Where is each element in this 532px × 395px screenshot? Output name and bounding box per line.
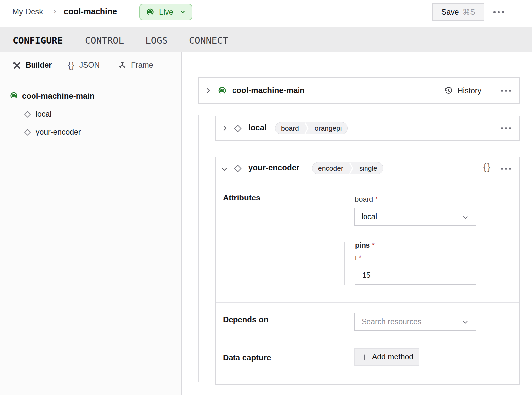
dot-icon [502,11,504,13]
add-method-button-label: Add method [372,353,413,361]
local-card-title: local [248,123,267,132]
tab-logs[interactable]: LOGS [145,35,167,46]
history-button-label: History [457,86,481,95]
tools-icon [13,61,21,70]
local-type-badge: board orangepi [275,122,348,134]
add-component-icon[interactable] [160,92,168,100]
i-field-input[interactable] [355,266,476,285]
component-diamond-icon [234,164,242,173]
component-diamond-icon [24,110,31,118]
component-diamond-icon [234,124,242,133]
chevron-down-icon [179,8,186,16]
your-encoder-card-header: your-encoder encoder single {} [216,157,519,180]
chevron-right-icon [204,87,212,95]
local-card-menu-button[interactable] [501,116,511,140]
badge-type-label: board [275,124,304,132]
badge-separator-icon [304,122,309,134]
depends-on-section-label: Depends on [223,315,268,324]
board-select-value: local [362,212,377,221]
dot-icon [509,127,511,129]
tree-node-local-label: local [36,110,51,118]
encoder-type-badge: encoder single [312,162,383,174]
dot-icon [509,90,511,92]
dot-icon [493,11,496,13]
pins-group-indent-guide [344,242,345,285]
depends-on-placeholder: Search resources [362,317,421,326]
dot-icon [501,90,503,92]
pins-group-label: pins* [355,241,375,250]
viam-radar-icon [217,86,227,96]
plus-icon [360,353,368,361]
encoder-card-title: your-encoder [248,163,299,172]
badge-model-label: single [354,164,383,172]
dot-icon [505,168,507,170]
dot-icon [501,127,503,129]
machine-part-card-title: cool-machine-main [232,86,305,95]
breadcrumb-separator-icon: › [53,6,56,16]
tree-node-your-encoder-label: your-encoder [36,128,81,137]
chevron-down-icon [220,165,228,173]
dot-icon [498,11,500,13]
view-builder[interactable]: Builder [13,52,52,78]
tree-node-your-encoder[interactable]: your-encoder [0,126,181,139]
collapse-encoder-button[interactable] [220,165,228,173]
tab-configure[interactable]: CONFIGURE [13,35,63,46]
badge-separator-icon [349,162,354,174]
encoder-card-menu-button[interactable] [501,157,511,180]
expand-local-button[interactable] [221,124,229,132]
dot-icon [509,168,511,170]
view-frame-label: Frame [131,61,153,70]
local-board-card: local board orangepi [215,116,520,141]
attributes-section-label: Attributes [223,193,260,202]
breadcrumb-machine-name: cool-machine [64,7,117,16]
tab-control[interactable]: CONTROL [85,35,124,46]
section-divider [216,344,519,344]
view-json-label: JSON [79,61,100,70]
tree-node-local[interactable]: local [0,108,181,120]
dot-icon [501,168,503,170]
history-button[interactable]: History [444,78,481,103]
your-encoder-card: your-encoder encoder single {} Attribute… [215,157,520,385]
view-switcher: Builder {} JSON Frame [0,52,181,78]
view-builder-label: Builder [26,61,52,70]
edit-json-icon[interactable]: {} [483,162,491,172]
i-field-label: i* [355,253,361,262]
chevron-down-icon [462,319,469,326]
data-capture-section-label: Data capture [223,353,271,362]
expand-machine-part-button[interactable] [204,87,212,95]
viam-radar-icon [146,8,155,17]
tree-node-machine-part[interactable]: cool-machine-main [0,90,181,103]
add-method-button[interactable]: Add method [354,348,419,366]
topbar-overflow-menu-button[interactable] [493,11,504,13]
machine-part-menu-button[interactable] [501,78,511,103]
save-button-label: Save [441,8,459,17]
view-json[interactable]: {} JSON [68,52,100,78]
live-status-dropdown[interactable]: Live [139,4,192,20]
required-asterisk: * [370,241,375,249]
machine-tab-bar: CONFIGURE CONTROL LOGS CONNECT [0,27,532,52]
tree-indent-guide [198,115,199,382]
top-bar: My Desk › cool-machine Live Save ⌘S [0,0,532,27]
dot-icon [505,127,507,129]
chevron-right-icon [221,124,229,132]
braces-icon: {} [68,60,75,70]
save-shortcut-hint: ⌘S [463,8,475,17]
configure-sidebar: Builder {} JSON Frame cool-machine-main [0,52,182,395]
badge-model-label: orangepi [309,124,348,132]
frame-icon [118,61,127,70]
board-field-label: board* [355,195,378,204]
required-asterisk: * [373,195,378,203]
required-asterisk: * [357,253,362,262]
tree-node-machine-part-label: cool-machine-main [22,91,95,101]
badge-type-label: encoder [312,164,349,172]
chevron-down-icon [462,214,469,221]
save-button[interactable]: Save ⌘S [432,3,484,21]
breadcrumb-root[interactable]: My Desk [12,7,43,16]
board-select[interactable]: local [354,208,476,226]
tab-connect[interactable]: CONNECT [189,35,228,46]
machine-part-card: cool-machine-main History [198,77,520,104]
live-status-label: Live [159,7,173,17]
component-diamond-icon [24,128,31,136]
view-frame[interactable]: Frame [118,52,153,78]
depends-on-select[interactable]: Search resources [354,313,476,331]
